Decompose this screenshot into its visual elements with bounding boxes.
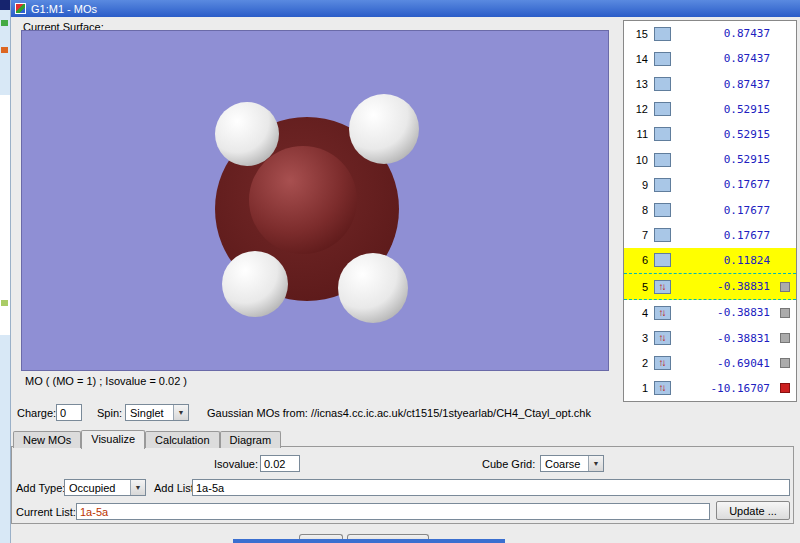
isovalue-label: Isovalue: [214, 458, 258, 470]
gaussview-app-icon [15, 3, 26, 14]
mo-occupancy-box[interactable]: ↑↓ [654, 280, 671, 294]
mo-occupancy-box[interactable] [654, 203, 671, 217]
tab-diagram[interactable]: Diagram [220, 431, 282, 448]
mo-occupancy-box[interactable]: ↑↓ [654, 331, 671, 345]
mo-occupancy-box[interactable] [654, 127, 671, 141]
add-list-input[interactable] [192, 479, 790, 496]
background-window-strip [0, 0, 10, 543]
mo-occupancy-box[interactable] [654, 102, 671, 116]
background-window-body [0, 95, 10, 335]
mo-energy-value: 0.17677 [671, 204, 778, 217]
current-list-input[interactable] [76, 503, 710, 520]
mo-occupancy-box[interactable] [654, 228, 671, 242]
mo-number: 5 [630, 281, 648, 293]
mo-row[interactable]: 1↑↓-10.16707 [624, 376, 796, 401]
mo-row[interactable]: 3↑↓-0.38831 [624, 325, 796, 350]
hydrogen-atom [222, 251, 288, 317]
mo-row[interactable]: 120.52915 [624, 97, 796, 122]
mo-row[interactable]: 90.17677 [624, 172, 796, 197]
mo-row[interactable]: 150.87437 [624, 21, 796, 46]
mo-row[interactable]: 2↑↓-0.69041 [624, 351, 796, 376]
mo-energy-value: -0.38831 [671, 332, 778, 345]
mo-marker [778, 333, 792, 343]
mo-occupancy-box[interactable] [654, 77, 671, 91]
mo-number: 13 [630, 78, 648, 90]
isovalue-input[interactable] [260, 455, 300, 472]
tab-calculation[interactable]: Calculation [145, 431, 219, 448]
hydrogen-atom [215, 102, 279, 166]
mo-occupancy-box[interactable]: ↑↓ [654, 306, 671, 320]
mo-number: 15 [630, 28, 648, 40]
chevron-down-icon: ▼ [173, 405, 188, 420]
electron-pair-arrows-icon: ↑↓ [659, 281, 667, 293]
mo-row[interactable]: 100.52915 [624, 147, 796, 172]
cube-grid-dropdown[interactable]: Coarse ▼ [540, 455, 604, 472]
molecule-render[interactable] [22, 31, 608, 370]
cube-grid-label: Cube Grid: [482, 458, 535, 470]
mo-number: 11 [630, 128, 648, 140]
add-list-label: Add List: [154, 482, 197, 494]
mo-energy-value: -0.38831 [671, 306, 778, 319]
mo-row[interactable]: 60.11824 [624, 248, 796, 273]
update-button[interactable]: Update ... [716, 501, 790, 520]
mo-energy-value: 0.17677 [671, 178, 778, 191]
chevron-down-icon: ▼ [130, 480, 145, 495]
mo-row[interactable]: 5↑↓-0.38831 [624, 273, 796, 300]
mo-marker [778, 308, 792, 318]
hydrogen-atom [349, 94, 419, 164]
title-bar[interactable]: G1:M1 - MOs [11, 0, 800, 17]
mo-energy-value: -10.16707 [671, 382, 778, 395]
mo-energy-value: 0.17677 [671, 229, 778, 242]
mo-number: 1 [630, 382, 648, 394]
add-type-value: Occupied [65, 482, 130, 494]
electron-pair-arrows-icon: ↑↓ [659, 382, 667, 394]
mo-energy-value: 0.87437 [671, 27, 778, 40]
mo-energy-value: 0.52915 [671, 103, 778, 116]
mo-number: 8 [630, 204, 648, 216]
mo-energy-value: 0.52915 [671, 153, 778, 166]
mo-energy-value: 0.87437 [671, 52, 778, 65]
background-window-bar [233, 539, 505, 543]
mo-occupancy-box[interactable]: ↑↓ [654, 356, 671, 370]
mo-row[interactable]: 4↑↓-0.38831 [624, 300, 796, 325]
mo-occupancy-box[interactable] [654, 153, 671, 167]
mo-row[interactable]: 140.87437 [624, 46, 796, 71]
mo-energy-value: 0.52915 [671, 128, 778, 141]
mo-energy-value: -0.69041 [671, 357, 778, 370]
window-title: G1:M1 - MOs [31, 3, 97, 15]
mo-number: 12 [630, 103, 648, 115]
mo-row[interactable]: 70.17677 [624, 223, 796, 248]
screen: G1:M1 - MOs Current Surface: [0, 0, 800, 543]
mo-number: 2 [630, 357, 648, 369]
background-icon-fragment [1, 300, 8, 306]
mo-number: 9 [630, 179, 648, 191]
mo-panel: 150.87437140.87437130.87437120.52915110.… [623, 20, 797, 402]
mo-marker [778, 358, 792, 368]
mo-occupancy-box[interactable] [654, 253, 671, 267]
mo-marker [778, 383, 792, 393]
mo-row[interactable]: 80.17677 [624, 197, 796, 222]
mo-number: 4 [630, 307, 648, 319]
spin-label: Spin: [97, 407, 122, 419]
mo-occupancy-box[interactable] [654, 52, 671, 66]
mo-occupancy-box[interactable]: ↑↓ [654, 381, 671, 395]
electron-pair-arrows-icon: ↑↓ [659, 307, 667, 319]
mo-occupancy-box[interactable] [654, 27, 671, 41]
hydrogen-atom [338, 253, 408, 323]
mo-number: 14 [630, 53, 648, 65]
spin-dropdown[interactable]: Singlet ▼ [125, 404, 189, 421]
mo-occupancy-box[interactable] [654, 178, 671, 192]
mos-dialog: G1:M1 - MOs Current Surface: [10, 0, 800, 543]
mo-marker [778, 282, 792, 292]
tab-new-mos[interactable]: New MOs [13, 431, 81, 448]
charge-input[interactable] [56, 404, 82, 421]
charge-label: Charge: [17, 407, 56, 419]
molecule-viewport[interactable] [21, 30, 609, 371]
spin-value: Singlet [126, 407, 173, 419]
mo-row[interactable]: 110.52915 [624, 122, 796, 147]
tab-visualize[interactable]: Visualize [81, 430, 145, 449]
mo-row[interactable]: 130.87437 [624, 71, 796, 96]
mo-energy-value: 0.87437 [671, 78, 778, 91]
mo-number: 7 [630, 229, 648, 241]
add-type-dropdown[interactable]: Occupied ▼ [64, 479, 146, 496]
